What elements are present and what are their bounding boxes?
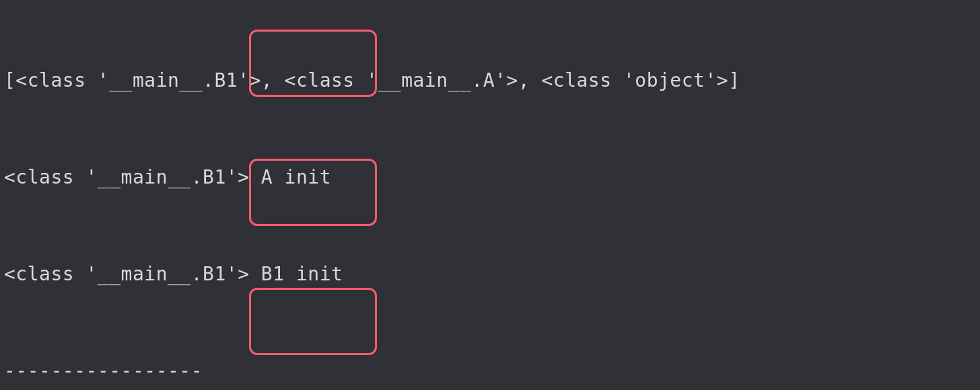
terminal-output: [<class '__main__.B1'>, <class '__main__… xyxy=(0,0,980,390)
output-line: [<class '__main__.B1'>, <class '__main__… xyxy=(4,65,976,97)
output-line: ----------------- xyxy=(4,355,976,387)
output-line: <class '__main__.B1'> A init xyxy=(4,161,976,194)
highlight-box-b3 xyxy=(249,288,377,355)
output-line: <class '__main__.B1'> B1 init xyxy=(4,258,976,290)
